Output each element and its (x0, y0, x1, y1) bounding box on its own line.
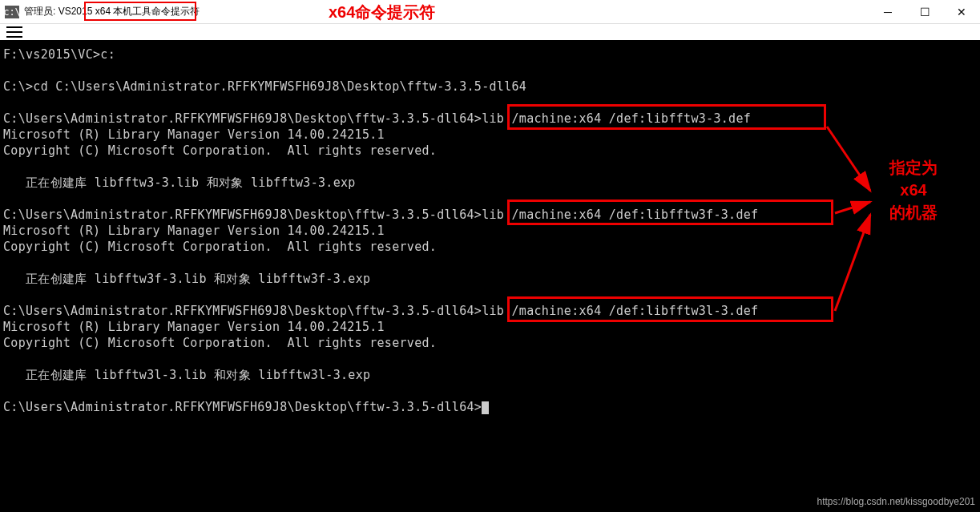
window-title: 管理员: VS2015 x64 本机工具命令提示符 (24, 5, 200, 18)
top-strip (0, 24, 980, 40)
terminal-text: F:\vs2015\VC>c: C:\>cd C:\Users\Administ… (3, 47, 758, 414)
annotation-title-label: x64命令提示符 (329, 2, 435, 23)
window-titlebar: c:\ 管理员: VS2015 x64 本机工具命令提示符 x64命令提示符 ─… (0, 0, 980, 24)
annotation-side-line2: x64 (873, 179, 954, 201)
minimize-button[interactable]: ─ (869, 0, 906, 24)
annotation-side-line1: 指定为 (873, 156, 954, 179)
window-controls: ─ ☐ ✕ (869, 0, 980, 24)
cmd-icon: c:\ (5, 6, 19, 18)
terminal-cursor (482, 401, 489, 414)
menu-icon[interactable] (6, 26, 22, 38)
maximize-button[interactable]: ☐ (906, 0, 943, 24)
terminal-output[interactable]: F:\vs2015\VC>c: C:\>cd C:\Users\Administ… (0, 40, 980, 512)
close-button[interactable]: ✕ (943, 0, 980, 24)
annotation-side-line3: 的机器 (873, 201, 954, 224)
annotation-side-text: 指定为 x64 的机器 (873, 156, 954, 224)
watermark-text: https://blog.csdn.net/kissgoodbye201 (817, 496, 975, 507)
